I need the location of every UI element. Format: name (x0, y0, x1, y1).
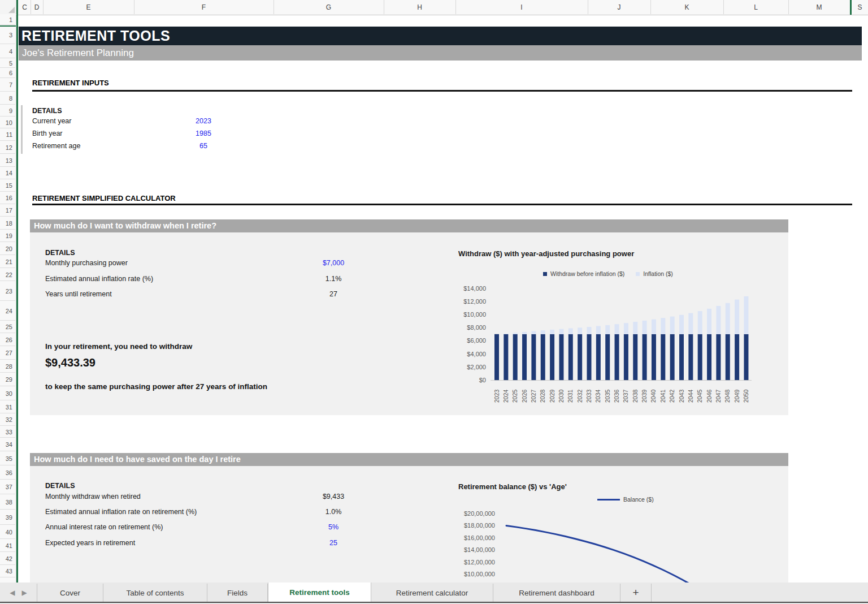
svg-text:2049: 2049 (734, 389, 740, 403)
row-header-13[interactable]: 13 (0, 154, 15, 167)
row-header-37[interactable]: 37 (0, 480, 15, 494)
column-header-M[interactable]: M (788, 0, 850, 14)
row-header-6[interactable]: 6 (0, 68, 15, 78)
row-header-12[interactable]: 12 (0, 141, 15, 154)
detail-value-cell[interactable]: 1.0% (305, 508, 362, 516)
row-header-9[interactable]: 9 (0, 105, 15, 117)
sheet-tab-cover[interactable]: Cover (37, 584, 103, 602)
row-header-1[interactable]: 1 (0, 15, 15, 25)
row-header-28[interactable]: 28 (0, 360, 15, 373)
column-header-H[interactable]: H (384, 0, 456, 14)
row-header-43[interactable]: 43 (0, 566, 15, 577)
row-header-42[interactable]: 42 (0, 553, 15, 565)
row-header-29[interactable]: 29 (0, 373, 15, 386)
column-header-I[interactable]: I (455, 0, 588, 14)
svg-text:2036: 2036 (613, 389, 620, 403)
row-header-8[interactable]: 8 (0, 92, 15, 105)
column-header-E[interactable]: E (43, 0, 134, 14)
detail-value-cell[interactable]: 65 (175, 142, 232, 150)
detail-value-cell[interactable]: $7,000 (305, 259, 362, 267)
inputs-section-underline (32, 90, 852, 92)
row-header-36[interactable]: 36 (0, 466, 15, 480)
row-header-26[interactable]: 26 (0, 334, 15, 346)
detail-value-cell[interactable]: 27 (305, 290, 362, 298)
detail-row: Monthly withdraw when retired$9,433 (45, 493, 441, 508)
row-header-41[interactable]: 41 (0, 540, 15, 552)
balance-line-chart[interactable]: $20,00,000$18,00,000$16,00,000$14,00,000… (446, 493, 763, 583)
row-header-31[interactable]: 31 (0, 401, 15, 413)
row-header-32[interactable]: 32 (0, 414, 15, 426)
withdraw-bar-chart[interactable]: $0$2,000$4,000$6,000$8,000$10,000$12,000… (446, 282, 763, 404)
row-header-18[interactable]: 18 (0, 217, 15, 230)
calculator-section-heading: RETIREMENT SIMPLIFIED CALCULATOR (32, 194, 176, 202)
row-header-40[interactable]: 40 (0, 525, 15, 539)
sheet-tab-retirement-dashboard[interactable]: Retirement dashboard (493, 584, 620, 602)
detail-value-cell[interactable]: 25 (305, 539, 362, 547)
svg-text:$14,00,000: $14,00,000 (464, 546, 495, 553)
column-header-G[interactable]: G (274, 0, 384, 14)
svg-text:2045: 2045 (696, 389, 703, 403)
row-header-35[interactable]: 35 (0, 452, 15, 465)
withdraw-panel-header: How much do I want to withdraw when I re… (30, 219, 788, 232)
add-sheet-button[interactable]: + (620, 584, 652, 602)
inflation-series-swatch (636, 272, 640, 276)
select-all-corner[interactable] (0, 0, 16, 14)
row-header-3[interactable]: 3 (0, 27, 15, 44)
row-header-21[interactable]: 21 (0, 256, 15, 268)
line-chart-legend: Balance ($) (597, 496, 654, 503)
detail-row: Years until retirement27 (45, 290, 441, 306)
column-header-C[interactable]: C (19, 0, 31, 14)
row-header-30[interactable]: 30 (0, 387, 15, 400)
row-header-25[interactable]: 25 (0, 321, 15, 333)
sheet-tab-retirement-tools[interactable]: Retirement tools (268, 583, 371, 602)
column-header-K[interactable]: K (650, 0, 724, 14)
tab-scroll-right-icon[interactable]: ▶ (22, 589, 27, 597)
row-header-10[interactable]: 10 (0, 117, 15, 128)
row-header-17[interactable]: 17 (0, 205, 15, 217)
row-header-4[interactable]: 4 (0, 45, 15, 58)
row-header-5[interactable]: 5 (0, 59, 15, 68)
svg-text:2026: 2026 (521, 389, 528, 403)
workbook-subtitle-banner: Joe's Retirement Planning (19, 45, 862, 61)
tab-scroll-left-icon[interactable]: ◀ (10, 589, 15, 597)
row-header-27[interactable]: 27 (0, 347, 15, 360)
column-header-S[interactable]: S (852, 0, 868, 14)
withdraw-statement-amount: $9,433.39 (45, 356, 96, 369)
svg-text:$4,000: $4,000 (467, 351, 486, 357)
row-header-38[interactable]: 38 (0, 495, 15, 510)
detail-value-cell[interactable]: 5% (305, 523, 362, 531)
column-header-J[interactable]: J (588, 0, 651, 14)
svg-text:2041: 2041 (659, 389, 666, 403)
row-header-23[interactable]: 23 (0, 282, 15, 301)
detail-value-cell[interactable]: $9,433 (305, 493, 362, 501)
detail-label: Monthly purchasing power (45, 259, 128, 267)
row-header-15[interactable]: 15 (0, 180, 15, 192)
row-header-14[interactable]: 14 (0, 167, 15, 179)
row-header-34[interactable]: 34 (0, 438, 15, 451)
svg-text:2034: 2034 (594, 389, 601, 403)
sheet-tab-fields[interactable]: Fields (207, 584, 268, 602)
row-header-24[interactable]: 24 (0, 301, 15, 321)
row-header-11[interactable]: 11 (0, 129, 15, 141)
detail-value-cell[interactable]: 1985 (175, 130, 232, 137)
row-header-20[interactable]: 20 (0, 243, 15, 255)
svg-text:2025: 2025 (511, 389, 518, 403)
row-header-19[interactable]: 19 (0, 230, 15, 242)
sheet-tab-retirement-calculator[interactable]: Retirement calculator (371, 584, 493, 602)
row-header-7[interactable]: 7 (0, 79, 15, 92)
detail-value-cell[interactable]: 2023 (175, 117, 232, 125)
row-header-39[interactable]: 39 (0, 510, 15, 525)
balance-series-swatch (597, 499, 620, 501)
detail-row: Expected years in retirement25 (45, 539, 441, 554)
column-header-F[interactable]: F (134, 0, 274, 14)
detail-value-cell[interactable]: 1.1% (305, 275, 362, 283)
sheet-tab-table-of-contents[interactable]: Table of contents (103, 584, 207, 602)
savings-panel-header: How much do I need to have saved on the … (30, 453, 788, 466)
detail-row: Retirement age65 (32, 142, 428, 154)
row-header-33[interactable]: 33 (0, 426, 15, 438)
detail-label: Birth year (32, 130, 63, 137)
column-header-L[interactable]: L (723, 0, 789, 14)
row-header-22[interactable]: 22 (0, 269, 15, 281)
row-header-16[interactable]: 16 (0, 192, 15, 204)
column-header-D[interactable]: D (31, 0, 44, 14)
